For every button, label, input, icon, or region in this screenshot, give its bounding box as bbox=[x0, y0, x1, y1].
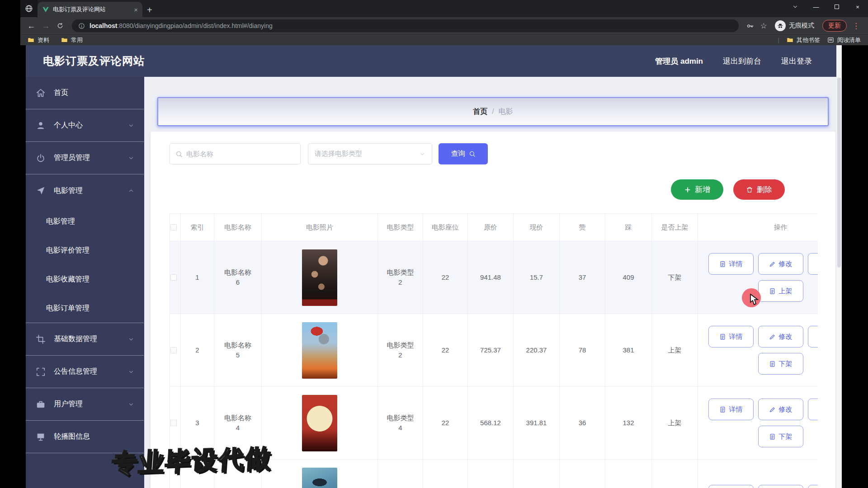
web-page: 电影订票及评论网站 管理员 admin 退出到前台 退出登录 首页个人中心管理员… bbox=[26, 45, 842, 488]
edit-button[interactable]: 修改 bbox=[758, 485, 803, 488]
mouse-cursor bbox=[750, 294, 760, 305]
breadcrumb-current: 电影 bbox=[499, 107, 513, 117]
delete-button[interactable]: 删除 bbox=[733, 179, 785, 200]
sidebar-item-movie[interactable]: 电影管理 bbox=[26, 174, 144, 207]
folder-icon bbox=[787, 37, 793, 43]
address-bar[interactable]: localhost:8080/dianyingdingpiao/admin/di… bbox=[72, 19, 739, 32]
movie-type-placeholder: 请选择电影类型 bbox=[315, 150, 419, 158]
chrome-update-button[interactable]: 更新 bbox=[822, 20, 847, 32]
new-tab-button[interactable]: + bbox=[147, 5, 152, 14]
bookmark-item[interactable]: 常用 bbox=[61, 36, 83, 44]
cell-index: 1 bbox=[181, 241, 214, 314]
sidebar-subitem-movie-2[interactable]: 电影收藏管理 bbox=[26, 265, 144, 294]
edit-button[interactable]: 修改 bbox=[758, 326, 803, 347]
exit-to-front-link[interactable]: 退出到前台 bbox=[723, 56, 761, 66]
sidebar-item-home[interactable]: 首页 bbox=[26, 77, 144, 109]
edit-button[interactable]: 修改 bbox=[758, 253, 803, 275]
breadcrumb-separator: / bbox=[492, 108, 494, 116]
cell-actions: 详情修改 bbox=[698, 460, 818, 488]
tab-close-icon[interactable]: × bbox=[134, 6, 138, 14]
reading-list-button[interactable]: 阅读清单 bbox=[827, 36, 861, 44]
search-row: 请选择电影类型 查询 bbox=[170, 143, 816, 164]
edit-button[interactable]: 修改 bbox=[758, 399, 803, 420]
cell-dislikes bbox=[605, 460, 652, 488]
app-header: 电影订票及评论网站 管理员 admin 退出到前台 退出登录 bbox=[26, 45, 842, 77]
sidebar-subitem-movie-3[interactable]: 电影订单管理 bbox=[26, 294, 144, 323]
document-icon bbox=[769, 433, 776, 440]
cell-movie-photo bbox=[262, 314, 378, 386]
home-icon bbox=[36, 88, 46, 98]
password-key-icon[interactable] bbox=[744, 20, 756, 32]
window-close-button[interactable]: × bbox=[847, 0, 868, 14]
cell-price-new: 220.37 bbox=[514, 314, 560, 386]
logout-link[interactable]: 退出登录 bbox=[781, 56, 812, 66]
sidebar-subitem-movie-1[interactable]: 电影评价管理 bbox=[26, 236, 144, 265]
crop-icon bbox=[36, 334, 46, 344]
header-right: 管理员 admin 退出到前台 退出登录 bbox=[655, 56, 825, 66]
toggle-shelf-button[interactable]: 下架 bbox=[758, 426, 803, 447]
cell-movie-photo bbox=[262, 460, 378, 488]
tab-title: 电影订票及评论网站 bbox=[53, 5, 130, 14]
sidebar-item-users[interactable]: 用户管理 bbox=[26, 388, 144, 421]
scan-icon bbox=[36, 367, 46, 377]
content-card: 请选择电影类型 查询 新增 删除 索引电影名称电影照 bbox=[151, 131, 835, 488]
sidebar-item-personal[interactable]: 个人中心 bbox=[26, 109, 144, 142]
detail-button[interactable]: 详情 bbox=[708, 485, 754, 488]
bookmark-item[interactable]: 资料 bbox=[28, 36, 49, 44]
bookmark-star-icon[interactable]: ☆ bbox=[758, 20, 769, 32]
forward-button[interactable]: → bbox=[39, 19, 52, 32]
cell-price-new: 391.81 bbox=[514, 387, 560, 459]
search-icon bbox=[175, 150, 183, 158]
reload-button[interactable] bbox=[54, 19, 66, 32]
column-header: 现价 bbox=[514, 214, 560, 241]
cell-likes bbox=[560, 460, 605, 488]
detail-button[interactable]: 详情 bbox=[708, 253, 754, 275]
sidebar-item-notice[interactable]: 公告信息管理 bbox=[26, 356, 144, 388]
pencil-icon bbox=[769, 406, 776, 413]
document-icon bbox=[769, 288, 776, 295]
browser-tab[interactable]: 电影订票及评论网站 × bbox=[38, 2, 142, 17]
other-bookmarks-button[interactable]: 其他书签 bbox=[787, 36, 820, 44]
sidebar-item-basedata[interactable]: 基础数据管理 bbox=[26, 323, 144, 356]
clipped-action-button[interactable] bbox=[808, 399, 818, 420]
cell-likes: 36 bbox=[560, 387, 605, 459]
cell-price-old bbox=[468, 460, 514, 488]
query-button[interactable]: 查询 bbox=[439, 143, 488, 164]
breadcrumb-home[interactable]: 首页 bbox=[473, 107, 487, 117]
detail-button[interactable]: 详情 bbox=[708, 399, 754, 420]
plus-icon bbox=[684, 186, 691, 193]
row-checkbox[interactable] bbox=[170, 347, 177, 353]
sidebar-subitem-movie-0[interactable]: 电影管理 bbox=[26, 207, 144, 236]
browser-profile-button[interactable] bbox=[20, 0, 38, 17]
clipped-action-button[interactable] bbox=[808, 485, 818, 488]
info-icon[interactable] bbox=[78, 23, 85, 29]
chevron-down-icon bbox=[128, 369, 134, 375]
sidebar-item-admin[interactable]: 管理员管理 bbox=[26, 142, 144, 174]
page-scrollbar[interactable] bbox=[836, 45, 842, 488]
movie-type-select[interactable]: 请选择电影类型 bbox=[308, 143, 432, 164]
row-checkbox[interactable] bbox=[170, 274, 177, 281]
scrollbar-thumb[interactable] bbox=[837, 78, 841, 267]
add-button[interactable]: 新增 bbox=[671, 179, 723, 200]
tab-search-icon[interactable] bbox=[785, 0, 806, 14]
cell-status bbox=[652, 460, 698, 488]
window-maximize-button[interactable] bbox=[826, 0, 847, 14]
select-all-checkbox[interactable] bbox=[170, 224, 177, 230]
chevron-down-icon bbox=[128, 122, 134, 129]
tab-strip: 电影订票及评论网站 × + — × bbox=[20, 0, 868, 17]
row-checkbox[interactable] bbox=[170, 420, 177, 426]
clipped-action-button[interactable] bbox=[808, 326, 818, 347]
cell-seats bbox=[423, 460, 468, 488]
toggle-shelf-button[interactable]: 下架 bbox=[758, 353, 803, 375]
cell-likes: 78 bbox=[560, 314, 605, 386]
browser-menu-icon[interactable]: ⋮ bbox=[849, 21, 863, 31]
back-button[interactable]: ← bbox=[25, 19, 38, 32]
cell-actions: 详情修改下架 bbox=[698, 314, 818, 386]
clipped-action-button[interactable] bbox=[808, 253, 818, 275]
chevron-down-icon bbox=[128, 336, 134, 343]
column-header: 是否上架 bbox=[652, 214, 698, 241]
toggle-shelf-button[interactable]: 上架 bbox=[758, 280, 803, 302]
detail-button[interactable]: 详情 bbox=[708, 326, 754, 347]
movie-name-input[interactable] bbox=[186, 150, 295, 158]
window-minimize-button[interactable]: — bbox=[806, 0, 826, 14]
